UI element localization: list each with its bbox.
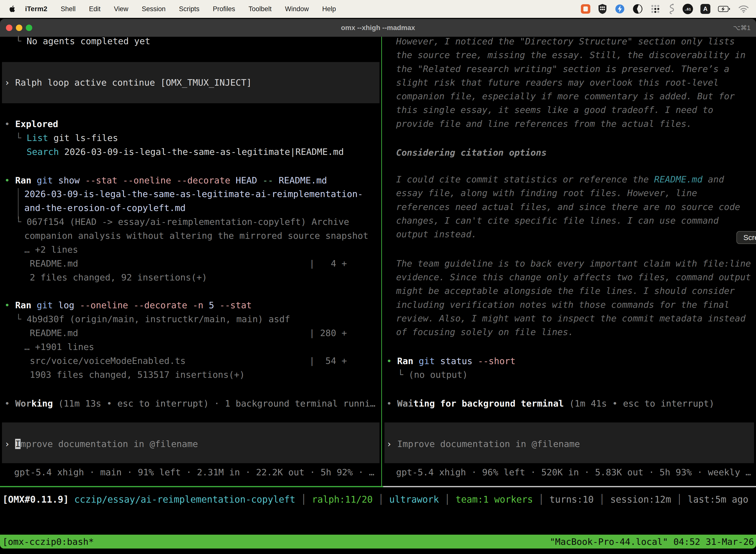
screen-overlay-button[interactable]: Scre — [737, 231, 756, 244]
tree-glyph: └ — [16, 314, 26, 324]
tree-riser — [18, 188, 19, 219]
tmux-status-bar: [omx-cczip0:bash* "MacBook-Pro-44.local"… — [0, 535, 756, 549]
tmux-host-clock: "MacBook-Pro-44.local" 04:52 31-Mar-26 — [550, 537, 754, 547]
left-model-statusline: gpt-5.4 xhigh · main · 91% left · 2.31M … — [14, 467, 374, 478]
reasoning-line: the "Related research writing" section i… — [396, 63, 730, 74]
reasoning-line: evidence. Since this change only affects… — [396, 272, 751, 283]
omx-ralph: ralph:11/20 — [312, 494, 373, 505]
readme-link[interactable]: README.md — [654, 174, 702, 184]
reasoning-line: the source tree, missing the essay. Stil… — [396, 50, 746, 61]
git-log-stat-line: src/voice/voiceModeEnabled.ts | 54 + — [30, 355, 347, 366]
bullet: • — [4, 398, 15, 408]
reasoning-line: review. Also, I might want to inspect th… — [396, 313, 746, 324]
reasoning-line: of focusing solely on file lines. — [396, 327, 573, 338]
bullet: • — [4, 175, 15, 185]
reasoning-line: essay file, along with finding root file… — [396, 188, 697, 199]
bullet: • — [4, 300, 15, 310]
git-show-output-line: … +2 lines — [24, 244, 78, 255]
reasoning-line: might be acceptable alongside the file l… — [396, 285, 735, 296]
left-pane-bottom-border — [0, 486, 383, 487]
omx-team: team:1 workers — [456, 494, 533, 505]
prompt-glyph: › — [386, 439, 397, 449]
reasoning-line: references need actual files, and since … — [396, 202, 740, 213]
omx-session: session:12m — [610, 494, 671, 505]
git-show-stat-line: README.md | 4 + — [30, 258, 347, 269]
pane-divider[interactable] — [381, 37, 382, 487]
omx-version: [OMX#0.11.9] — [2, 494, 69, 505]
waiting-status-line: • Waiting for background terminal (1m 41… — [386, 398, 714, 409]
right-model-statusline: gpt-5.4 xhigh · 96% left · 520K in · 5.8… — [396, 467, 751, 478]
reasoning-line: changes, I can't cite specific file line… — [396, 215, 718, 226]
right-pane-bottom-border — [383, 486, 756, 487]
git-log-output-line: └ 4b9d30f (origin/main, instructkr/main,… — [16, 314, 290, 325]
reasoning-line: output instead. — [396, 229, 477, 240]
git-show-output-line: companion analysis without altering the … — [24, 230, 368, 241]
omx-status-bar: [OMX#0.11.9] cczip/essay/ai-reimplementa… — [2, 494, 748, 505]
reasoning-line: I could cite commit statistics or refere… — [396, 174, 724, 185]
git-log-command: • Ran git log --oneline --decorate -n 5 … — [4, 300, 252, 311]
tmux-session-window[interactable]: [omx-cczip0:bash* — [2, 537, 94, 547]
git-log-output-line: … +1901 lines — [24, 341, 94, 352]
right-prompt-input[interactable]: › Improve documentation in @filename — [386, 439, 580, 449]
tree-glyph: └ — [16, 217, 26, 227]
explored-search-line: Search 2026-03-09-is-legal-the-same-as-l… — [16, 147, 344, 157]
reasoning-heading: Considering citation options — [396, 147, 547, 158]
tree-glyph: └ — [16, 36, 26, 46]
tree-glyph: └ — [16, 133, 26, 143]
omx-turns: turns:10 — [549, 494, 593, 505]
git-status-output-line: └ (no output) — [398, 369, 468, 380]
git-show-wrap-line: 2026-03-09-is-legal-the-same-as-legitima… — [24, 189, 363, 200]
reasoning-line: this single essay, it seems like a good … — [396, 105, 713, 115]
explored-header: • Explored — [4, 119, 58, 129]
git-status-command: • Ran git status --short — [386, 356, 515, 367]
git-log-stat-line: README.md | 280 + — [30, 328, 347, 339]
bullet: • — [4, 119, 15, 129]
git-show-stat-line: 2 files changed, 92 insertions(+) — [30, 272, 207, 283]
explored-list-line: └ List git ls-files — [16, 132, 118, 144]
git-show-command: • Ran git show --stat --oneline --decora… — [4, 175, 327, 186]
omx-mode: ultrawork — [389, 494, 439, 505]
reasoning-line: slight risk that future readers may over… — [396, 77, 718, 88]
working-status-line: • Working (11m 13s • esc to interrupt) ·… — [4, 398, 376, 409]
inject-banner: › Ralph loop active continue [OMX_TMUX_I… — [2, 62, 379, 103]
terminal-area: └ No agents completed yet › Ralph loop a… — [0, 0, 756, 554]
inject-banner-line: › Ralph loop active continue [OMX_TMUX_I… — [4, 77, 252, 88]
bullet: • — [386, 356, 397, 366]
omx-path — [69, 494, 74, 505]
reasoning-line: companion file, especially if more comme… — [396, 91, 735, 102]
git-log-stat-line: 1903 files changed, 513517 insertions(+) — [30, 369, 245, 380]
reasoning-line: The team guideline is to back every impo… — [396, 258, 751, 269]
git-show-wrap-line: and-the-erosion-of-copyleft.md — [24, 203, 186, 214]
prompt-glyph: › — [4, 439, 15, 449]
right-prompt-box[interactable]: › Improve documentation in @filename — [384, 423, 754, 463]
left-prompt-box[interactable]: › Improve documentation in @filename — [2, 423, 379, 463]
omx-last: last:5m ago — [688, 494, 748, 505]
reasoning-line: However, I noticed the "Directory Struct… — [396, 36, 735, 47]
left-prompt-input[interactable]: › Improve documentation in @filename — [4, 439, 198, 449]
git-show-output-line: └ 067f154 (HEAD -> essay/ai-reimplementa… — [16, 216, 349, 227]
text-cursor: I — [15, 439, 20, 449]
reasoning-line: provide file and line references from th… — [396, 118, 692, 129]
prompt-glyph: › — [4, 77, 15, 88]
reasoning-line: including verification notes with those … — [396, 299, 730, 310]
bullet: • — [386, 398, 397, 408]
agents-note-line: └ No agents completed yet — [16, 36, 150, 47]
